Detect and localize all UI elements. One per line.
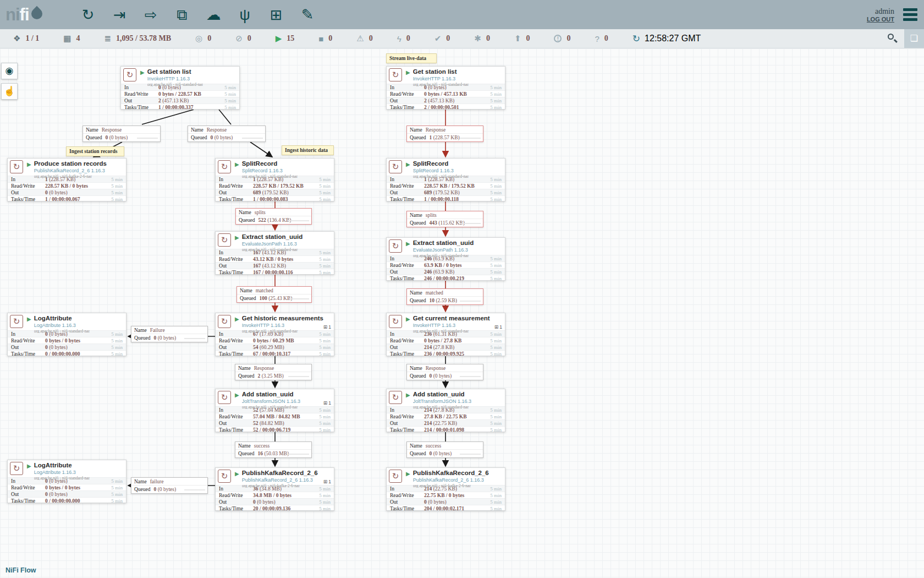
funnel-icon[interactable]: ψ xyxy=(233,1,257,29)
connection-label-response[interactable]: Name Response Queued 0 (0 bytes) xyxy=(82,126,161,142)
queue-size-track xyxy=(288,454,309,455)
status-item-sync-failure: ?0 xyxy=(595,34,608,43)
status-value: 0 xyxy=(207,34,211,43)
connection-label-response[interactable]: Name Response Queued 1 (228.57 KB) xyxy=(406,126,483,142)
stat-row: Tasks/Time 167 / 00:00:00.116 5 min xyxy=(216,269,334,275)
connection-label-splits[interactable]: Name splits Queued 443 (115.62 KB) xyxy=(406,211,483,227)
processor-name: Get current measurement xyxy=(413,315,490,322)
processor-get-station-list[interactable]: ↻ ▶ Get station list InvokeHTTP 1.16.3 o… xyxy=(120,66,240,110)
connection-label-success[interactable]: Name success Queued 0 (0 bytes) xyxy=(406,441,483,458)
process-group-icon[interactable]: ⧉ xyxy=(170,1,194,29)
stopped-icon: ■ xyxy=(318,34,323,43)
processor-extract-station-uuid[interactable]: ↻ ▶ Extract station_uuid EvaluateJsonPat… xyxy=(386,237,505,281)
stat-row: Read/Write 43.12 KB / 0 bytes 5 min xyxy=(216,255,334,262)
stat-row: Tasks/Time 246 / 00:00:00.219 5 min xyxy=(387,275,505,281)
processor-logattribute[interactable]: ↻ ▶ LogAttribute LogAttribute 1.16.3 org… xyxy=(7,313,127,356)
connection-label-response[interactable]: Name Response Queued 2 (3.25 MB) xyxy=(235,364,312,380)
label-icon[interactable]: ✎ xyxy=(295,1,320,29)
processor-logattribute[interactable]: ↻ ▶ LogAttribute LogAttribute 1.16.3 org… xyxy=(7,460,127,503)
processor-icon[interactable]: ↻ xyxy=(76,1,100,29)
status-item-queued-flowfiles: ≣1,095 / 53.78 MB xyxy=(105,34,172,43)
processor-stamp-icon: ↻ xyxy=(389,239,402,253)
processor-stats: In 214 (27.8 KB) 5 min Read/Write 27.8 K… xyxy=(387,406,505,433)
processor-produce-station-records[interactable]: ↻ ▶ Produce station records PublishKafka… xyxy=(7,158,127,201)
processor-type: LogAttribute 1.16.3 xyxy=(34,323,90,328)
template-icon[interactable]: ⊞ xyxy=(264,1,288,29)
processor-extract-station-uuid[interactable]: ↻ ▶ Extract station_uuid EvaluateJsonPat… xyxy=(215,231,334,275)
label-text: Stream live-data xyxy=(389,56,426,61)
navigate-palette-button[interactable]: ◉ xyxy=(1,63,18,79)
refresh-icon[interactable]: ↻ xyxy=(632,33,640,45)
connection-label-failure[interactable]: Name failure Queued 0 (0 bytes) xyxy=(131,477,208,494)
operate-palette-button[interactable]: ☝ xyxy=(1,83,18,100)
connection-label-matched[interactable]: Name matched Queued 10 (2.59 KB) xyxy=(406,288,483,305)
stat-row: Out 246 (63.9 KB) 5 min xyxy=(387,268,505,275)
cluster-icon: ❖ xyxy=(13,34,20,43)
processor-add-station-uuid[interactable]: ↻ ▶ Add station_uuid JoltTransformJSON 1… xyxy=(386,389,505,432)
logout-link[interactable]: LOG OUT xyxy=(867,16,894,23)
processor-bundle: org.apache.nifi - nifi-standard-nar xyxy=(147,83,203,87)
queue-percent-track xyxy=(188,140,265,141)
running-status-icon: ▶ xyxy=(27,463,31,469)
input-port-icon[interactable]: ⇥ xyxy=(107,1,131,29)
connection-name: Response xyxy=(426,366,446,371)
connection-label-response[interactable]: Name Response Queued 0 (0 bytes) xyxy=(406,364,483,380)
active-tasks-badge: ⊞ 1 xyxy=(323,479,331,484)
stat-row: Tasks/Time 236 / 00:00:09.925 5 min xyxy=(387,350,505,357)
processor-stats: In 0 (0 bytes) 5 min Read/Write 0 bytes … xyxy=(121,84,239,110)
connection-label-splits[interactable]: Name splits Queued 522 (136.4 KB) xyxy=(235,208,312,225)
running-status-icon: ▶ xyxy=(235,316,239,322)
flow-canvas[interactable]: ◉☝ ↻ ▶ Get station list InvokeHTTP 1.16.… xyxy=(0,48,924,578)
running-status-icon: ▶ xyxy=(27,161,31,167)
connection-name: splits xyxy=(255,210,266,215)
connection-label-response[interactable]: Name Response Queued 0 (0 bytes) xyxy=(188,126,266,142)
processor-splitrecord[interactable]: ↻ ▶ SplitRecord SplitRecord 1.16.3 org.a… xyxy=(386,158,505,201)
active-threads-icon: ▦ xyxy=(63,34,71,43)
flow-label-stream-live-data[interactable]: Stream live-data xyxy=(386,53,437,63)
processor-add-station-uuid[interactable]: ↻ ▶ Add station_uuid JoltTransformJSON 1… xyxy=(215,389,334,432)
processor-publishkafkarecord-2-6[interactable]: ↻ ▶ PublishKafkaRecord_2_6 PublishKafkaR… xyxy=(215,467,334,511)
queue-percent-track xyxy=(131,492,207,493)
stat-row: Read/Write 0 bytes / 228.57 KB 5 min xyxy=(121,90,239,97)
remote-process-group-icon[interactable]: ☁ xyxy=(201,1,226,29)
flow-label-ingest-historic-data[interactable]: Ingest historic data xyxy=(282,145,334,155)
processor-splitrecord[interactable]: ↻ ▶ SplitRecord SplitRecord 1.16.3 org.a… xyxy=(215,158,334,201)
processor-stats: In 36 (34.8 MB) 5 min Read/Write 34.8 MB… xyxy=(216,485,334,511)
global-menu-button[interactable] xyxy=(903,8,917,21)
connection-label-matched[interactable]: Name matched Queued 100 (25.43 KB) xyxy=(237,286,312,303)
processor-stats: In 1 (228.57 KB) 5 min Read/Write 228.57… xyxy=(8,176,126,202)
status-bar: ❖1 / 1▦4≣1,095 / 53.78 MB◎0⊘0▶15■0⚠0ϟ0✔0… xyxy=(0,29,924,48)
processor-stamp-icon: ↻ xyxy=(389,68,402,81)
stat-row: Read/Write 0 bytes / 457.13 KB 5 min xyxy=(387,90,505,97)
stat-row: Tasks/Time 0 / 00:00:00.000 5 min xyxy=(8,497,126,504)
queue-percent-track xyxy=(407,140,483,141)
processor-publishkafkarecord-2-6[interactable]: ↻ ▶ PublishKafkaRecord_2_6 PublishKafkaR… xyxy=(386,467,505,511)
processor-stats: In 0 (0 bytes) 5 min Read/Write 0 bytes … xyxy=(8,330,126,357)
locally-modified-icon: ✱ xyxy=(474,34,481,43)
processor-get-current-measurement[interactable]: ↻ ▶ Get current measurement InvokeHTTP 1… xyxy=(386,313,505,356)
birdseye-toggle-button[interactable]: ❏ xyxy=(904,29,924,48)
connection-name: success xyxy=(426,443,442,449)
processor-name: PublishKafkaRecord_2_6 xyxy=(413,470,489,477)
stat-row: Out 0 (0 bytes) 5 min xyxy=(8,490,126,497)
flow-label-ingest-station-records[interactable]: Ingest station records xyxy=(66,146,124,156)
queue-percent-track xyxy=(235,378,311,380)
processor-stats: In 1 (228.57 KB) 5 min Read/Write 228.57… xyxy=(216,176,334,202)
processor-get-station-list[interactable]: ↻ ▶ Get station list InvokeHTTP 1.16.3 o… xyxy=(386,66,505,110)
processor-bundle: org.apache.nifi - nifi-standard-nar xyxy=(242,248,303,252)
processor-name: Add station_uuid xyxy=(413,391,471,398)
connection-label-success[interactable]: Name success Queued 16 (50.03 MB) xyxy=(235,441,312,458)
output-port-icon[interactable]: ⇨ xyxy=(139,1,163,29)
stat-row: Out 689 (179.52 KB) 5 min xyxy=(216,189,334,195)
processor-stamp-icon: ↻ xyxy=(389,470,402,483)
breadcrumb-root[interactable]: NiFi Flow xyxy=(6,566,36,574)
running-status-icon: ▶ xyxy=(235,392,239,398)
queue-percent-track xyxy=(235,456,311,457)
status-value: 0 xyxy=(369,34,373,43)
connection-label-failure[interactable]: Name Failure Queued 0 (0 bytes) xyxy=(131,326,208,342)
stat-row: Out 167 (43.12 KB) 5 min xyxy=(216,262,334,269)
processor-bundle: org.apache.nifi - nifi-standard-nar xyxy=(413,254,474,258)
processor-get-historic-measurements[interactable]: ↻ ▶ Get historic measurements InvokeHTTP… xyxy=(215,313,334,356)
status-value: 0 xyxy=(248,34,251,43)
search-button[interactable] xyxy=(880,29,904,48)
